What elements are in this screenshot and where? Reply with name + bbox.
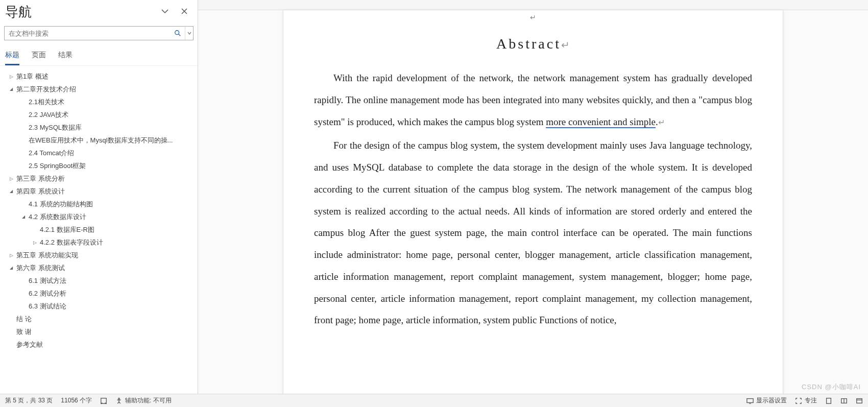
tree-arrow-icon[interactable] bbox=[32, 240, 38, 245]
outline-item-label: 6.3 测试结论 bbox=[29, 302, 66, 311]
abstract-heading: Abstract↵ bbox=[314, 21, 752, 67]
outline-item-label: 在WEB应用技术中，Mysql数据库支持不同的操... bbox=[29, 136, 173, 145]
outline-item[interactable]: 2.1相关技术 bbox=[2, 95, 196, 108]
tree-arrow-icon[interactable] bbox=[8, 176, 14, 181]
grammar-underline[interactable]: more convenient and simple bbox=[546, 116, 656, 128]
nav-collapse-icon[interactable] bbox=[161, 7, 169, 17]
outline-item-label: 2.1相关技术 bbox=[29, 98, 64, 107]
outline-item[interactable]: 参考文献 bbox=[2, 338, 196, 351]
search-box[interactable] bbox=[4, 26, 194, 40]
outline-item-label: 致 谢 bbox=[16, 327, 32, 337]
status-page-info[interactable]: 第 5 页，共 33 页 bbox=[5, 396, 53, 405]
outline-item[interactable]: 6.3 测试结论 bbox=[2, 300, 196, 313]
outline-item[interactable]: 第四章 系统设计 bbox=[2, 185, 196, 198]
outline-item[interactable]: 结 论 bbox=[2, 313, 196, 325]
outline-item-label: 第三章 系统分析 bbox=[16, 174, 65, 183]
watermark: CSDN @小咖啡AI bbox=[802, 382, 861, 392]
search-input[interactable] bbox=[5, 27, 171, 40]
ruler bbox=[198, 0, 868, 10]
outline-item-label: 结 论 bbox=[16, 315, 32, 324]
outline-item[interactable]: 第1章 概述 bbox=[2, 70, 196, 83]
svg-rect-4 bbox=[827, 398, 831, 403]
outline-item-label: 4.2.1 数据库E-R图 bbox=[40, 225, 94, 234]
outline-tree[interactable]: 第1章 概述第二章开发技术介绍2.1相关技术2.2 JAVA技术2.3 MySQ… bbox=[0, 66, 198, 392]
tab-pages[interactable]: 页面 bbox=[32, 51, 46, 65]
outline-item[interactable]: 4.2.2 数据表字段设计 bbox=[2, 236, 196, 249]
nav-title: 导航 bbox=[5, 3, 32, 21]
tree-arrow-icon[interactable] bbox=[8, 266, 14, 270]
outline-item[interactable]: 4.2 系统数据库设计 bbox=[2, 210, 196, 223]
abstract-para-2: For the design of the campus blog system… bbox=[314, 135, 752, 331]
outline-item[interactable]: 2.2 JAVA技术 bbox=[2, 108, 196, 121]
status-display-settings[interactable]: 显示器设置 bbox=[746, 396, 787, 405]
outline-item[interactable]: 在WEB应用技术中，Mysql数据库支持不同的操... bbox=[2, 134, 196, 147]
outline-item-label: 第四章 系统设计 bbox=[16, 187, 65, 196]
outline-item-label: 2.5 SpringBoot框架 bbox=[29, 161, 86, 171]
abstract-para-1: With the rapid development of the networ… bbox=[314, 67, 752, 133]
outline-item-label: 2.4 Tomcat介绍 bbox=[29, 149, 74, 158]
svg-point-2 bbox=[118, 398, 120, 399]
tree-arrow-icon[interactable] bbox=[8, 74, 14, 79]
status-focus[interactable]: 专注 bbox=[795, 396, 817, 405]
search-icon[interactable] bbox=[171, 27, 185, 40]
outline-item-label: 6.1 测试方法 bbox=[29, 276, 66, 285]
status-proofing-icon[interactable] bbox=[100, 397, 107, 404]
outline-item[interactable]: 6.1 测试方法 bbox=[2, 274, 196, 287]
view-print-layout-icon[interactable] bbox=[825, 397, 832, 404]
outline-item[interactable]: 4.1 系统的功能结构图 bbox=[2, 198, 196, 210]
outline-item-label: 4.2.2 数据表字段设计 bbox=[40, 238, 103, 247]
nav-tabs: 标题 页面 结果 bbox=[0, 43, 198, 66]
outline-item-label: 4.1 系统的功能结构图 bbox=[29, 200, 93, 209]
outline-item-label: 4.2 系统数据库设计 bbox=[29, 212, 86, 222]
outline-item[interactable]: 4.2.1 数据库E-R图 bbox=[2, 223, 196, 236]
outline-item-label: 第五章 系统功能实现 bbox=[16, 251, 78, 260]
svg-rect-3 bbox=[747, 398, 753, 402]
tree-arrow-icon[interactable] bbox=[8, 189, 14, 194]
outline-item-label: 第六章 系统测试 bbox=[16, 264, 65, 273]
outline-item[interactable]: 2.5 SpringBoot框架 bbox=[2, 159, 196, 172]
outline-item[interactable]: 2.4 Tomcat介绍 bbox=[2, 147, 196, 159]
view-read-mode-icon[interactable] bbox=[840, 397, 848, 404]
tree-arrow-icon[interactable] bbox=[8, 87, 14, 91]
outline-item-label: 参考文献 bbox=[16, 340, 43, 349]
outline-item[interactable]: 2.3 MySQL数据库 bbox=[2, 121, 196, 134]
status-word-count[interactable]: 11056 个字 bbox=[61, 396, 92, 405]
tab-results[interactable]: 结果 bbox=[58, 51, 73, 65]
svg-rect-5 bbox=[857, 398, 862, 403]
tab-headings[interactable]: 标题 bbox=[5, 51, 19, 65]
tree-arrow-icon[interactable] bbox=[20, 214, 27, 219]
para-mark-icon: ↵ bbox=[314, 10, 752, 21]
outline-item-label: 第1章 概述 bbox=[16, 72, 49, 81]
view-web-layout-icon[interactable] bbox=[856, 397, 863, 404]
outline-item[interactable]: 第三章 系统分析 bbox=[2, 172, 196, 185]
outline-item[interactable]: 第二章开发技术介绍 bbox=[2, 83, 196, 95]
status-accessibility[interactable]: 辅助功能: 不可用 bbox=[115, 396, 172, 405]
outline-item-label: 第二章开发技术介绍 bbox=[16, 85, 76, 94]
outline-item[interactable]: 第六章 系统测试 bbox=[2, 261, 196, 274]
status-bar: 第 5 页，共 33 页 11056 个字 辅助功能: 不可用 显示器设置 专注 bbox=[0, 394, 868, 407]
outline-item[interactable]: 6.2 测试分析 bbox=[2, 287, 196, 300]
navigation-pane: 导航 标题 页面 结果 第1章 概述第二章开发技术介绍2.1相关技术2.2 JA… bbox=[0, 0, 198, 407]
outline-item-label: 2.3 MySQL数据库 bbox=[29, 123, 82, 132]
tree-arrow-icon[interactable] bbox=[8, 253, 14, 258]
nav-close-icon[interactable] bbox=[180, 7, 188, 17]
search-dropdown-icon[interactable] bbox=[185, 27, 193, 40]
svg-point-0 bbox=[175, 31, 179, 35]
document-page: ↵ Abstract↵ With the rapid development o… bbox=[283, 10, 783, 407]
document-area[interactable]: ↵ Abstract↵ With the rapid development o… bbox=[198, 0, 868, 407]
outline-item[interactable]: 致 谢 bbox=[2, 325, 196, 338]
outline-item-label: 2.2 JAVA技术 bbox=[29, 110, 68, 119]
outline-item[interactable]: 第五章 系统功能实现 bbox=[2, 249, 196, 261]
outline-item-label: 6.2 测试分析 bbox=[29, 289, 66, 298]
